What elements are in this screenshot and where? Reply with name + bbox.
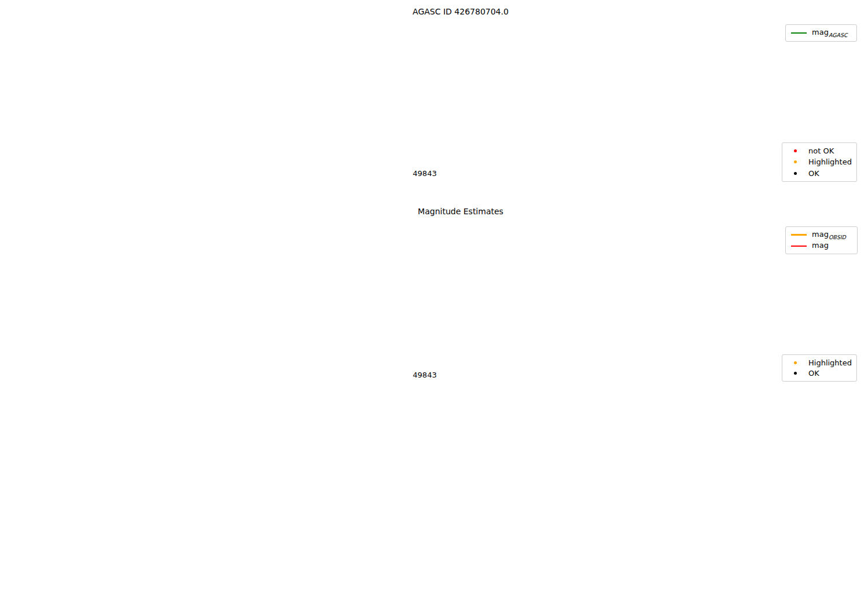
figure-root: AGASC ID 426780704.0 Magnitude Estimates… [0,0,868,608]
legend-label-highlighted-mid: Highlighted [808,358,852,367]
legend-item-mag-obsid: magOBSID [791,229,852,240]
legend-label-mag-agasc: magAGASC [812,28,848,38]
legend-item-not-ok: not OK [788,145,851,156]
legend-label-highlighted: Highlighted [808,158,852,166]
panel1-obsid-annotation: 49843 [413,169,436,178]
mag-obsid-line-swatch [791,234,807,236]
legend-item-ok-mid: OK [788,368,851,379]
panel2-title: Magnitude Estimates [418,207,503,216]
legend-mag-agasc: magAGASC [785,24,857,42]
legend-item-mag: mag [791,240,852,251]
legend-item-mag-agasc: magAGASC [791,27,851,39]
legend-quality-top-panel: not OK Highlighted OK [782,142,857,182]
legend-item-ok: OK [788,168,851,179]
panel1-title: AGASC ID 426780704.0 [413,7,509,16]
legend-label-ok-mid: OK [808,369,819,378]
mag-agasc-line-swatch [791,32,807,34]
not-ok-dot-swatch [788,149,803,152]
legend-label-not-ok: not OK [808,146,834,155]
mag-line-swatch [791,246,807,247]
highlighted-dot-swatch [788,361,803,364]
legend-label-mag: mag [812,241,829,251]
highlighted-dot-swatch [788,160,803,163]
legend-quality-mid-panel: Highlighted OK [782,354,857,382]
legend-item-highlighted-mid: Highlighted [788,357,851,368]
legend-label-mag-obsid: magOBSID [812,230,846,240]
legend-item-highlighted: Highlighted [788,156,851,167]
panel2-obsid-annotation: 49843 [413,371,436,379]
plots-canvas [0,0,868,608]
legend-label-ok: OK [808,169,819,178]
ok-dot-swatch [788,372,803,375]
ok-dot-swatch [788,172,803,175]
legend-mag-lines: magOBSID mag [785,226,858,254]
